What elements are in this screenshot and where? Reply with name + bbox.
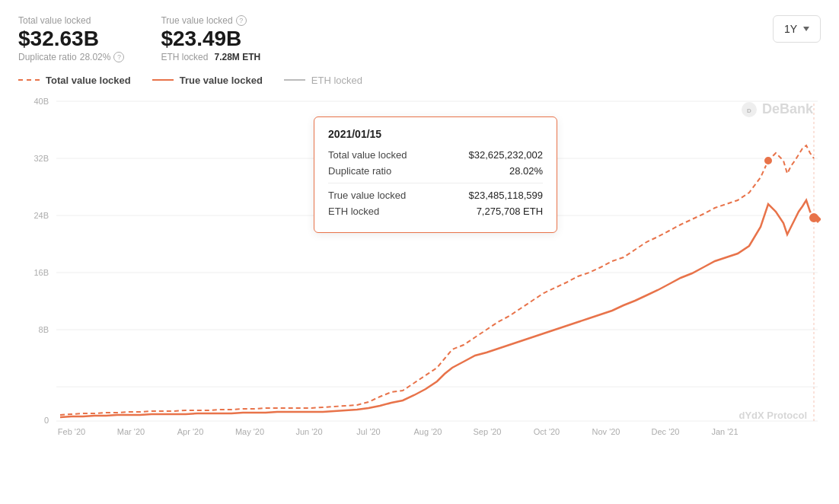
debank-logo-icon: D [741,101,758,118]
svg-text:Oct '20: Oct '20 [534,427,560,436]
legend-tvl: Total value locked [18,75,131,86]
svg-text:Sep '20: Sep '20 [474,427,502,436]
tvl-sub: Duplicate ratio 28.02% ? [18,52,124,62]
legend-tvl-line [18,79,40,81]
svg-text:16B: 16B [33,268,49,277]
svg-text:Jan '21: Jan '21 [711,427,738,436]
tvl-metric: Total value locked $32.63B Duplicate rat… [18,15,124,62]
tooltip-tvl-label: Total value locked [328,149,407,161]
debank-watermark: D DeBank [741,101,813,118]
duplicate-ratio-info-icon[interactable]: ? [113,52,124,62]
svg-text:Mar '20: Mar '20 [117,427,145,436]
svg-text:D: D [747,107,751,114]
true-vl-label: True value locked ? [161,15,260,26]
legend-eth-label: ETH locked [311,75,362,86]
tooltip-eth-value: 7,275,708 ETH [477,206,543,217]
tvl-value: $32.63B [18,26,124,52]
tooltip-true-vl-label: True value locked [328,190,406,201]
svg-text:Nov '20: Nov '20 [592,427,620,436]
tooltip-dup-value: 28.02% [509,165,543,177]
dropdown-arrow-icon [803,27,809,31]
svg-text:0: 0 [44,416,49,425]
tooltip-tvl-value: $32,625,232,002 [468,149,543,161]
eth-locked-sub: ETH locked 7.28M ETH [161,52,260,62]
legend-true-vl: True value locked [152,75,263,86]
main-container: Total value locked $32.63B Duplicate rat… [0,0,839,504]
true-vl-value: $23.49B [161,26,260,52]
svg-text:Jun '20: Jun '20 [295,427,322,436]
tooltip-tvl-row: Total value locked $32,625,232,002 [328,149,543,161]
legend-tvl-label: Total value locked [46,75,131,86]
svg-text:Aug '20: Aug '20 [414,427,442,436]
svg-text:Apr '20: Apr '20 [177,427,204,436]
tooltip-dup-row: Duplicate ratio 28.02% [328,165,543,177]
legend-eth: ETH locked [284,75,362,86]
tooltip-eth-row: ETH locked 7,275,708 ETH [328,206,543,217]
header-metrics: Total value locked $32.63B Duplicate rat… [18,15,260,62]
tooltip-true-vl-row: True value locked $23,485,118,599 [328,190,543,201]
svg-text:40B: 40B [33,97,49,106]
period-label: 1Y [784,23,797,35]
tooltip-true-vl-value: $23,485,118,599 [468,190,543,201]
true-vl-info-icon[interactable]: ? [236,15,247,26]
svg-text:Feb '20: Feb '20 [58,427,85,436]
period-dropdown[interactable]: 1Y [773,15,821,43]
tooltip-date: 2021/01/15 [328,128,543,140]
svg-text:May '20: May '20 [235,427,264,436]
legend-true-vl-label: True value locked [180,75,263,86]
true-vl-metric: True value locked ? $23.49B ETH locked 7… [161,15,260,62]
tooltip-eth-label: ETH locked [328,206,379,217]
svg-text:32B: 32B [33,154,49,163]
chart-legend: Total value locked True value locked ETH… [18,75,821,86]
chart-tooltip: 2021/01/15 Total value locked $32,625,23… [314,116,557,233]
tvl-label: Total value locked [18,15,124,26]
header: Total value locked $32.63B Duplicate rat… [18,15,821,62]
tooltip-dup-label: Duplicate ratio [328,165,391,177]
svg-text:Jul '20: Jul '20 [356,427,380,436]
svg-text:Dec '20: Dec '20 [652,427,680,436]
legend-true-vl-line [152,79,174,81]
svg-text:8B: 8B [39,325,49,334]
dydx-watermark: dYdX Protocol [739,410,807,421]
legend-eth-line [284,79,305,81]
chart-area[interactable]: 40B 32B 24B 16B 8B 0 Feb '20 Mar '20 Apr… [18,94,821,444]
tvl-peak-dot [764,156,773,165]
svg-text:24B: 24B [33,211,49,220]
tooltip-divider [328,183,543,183]
